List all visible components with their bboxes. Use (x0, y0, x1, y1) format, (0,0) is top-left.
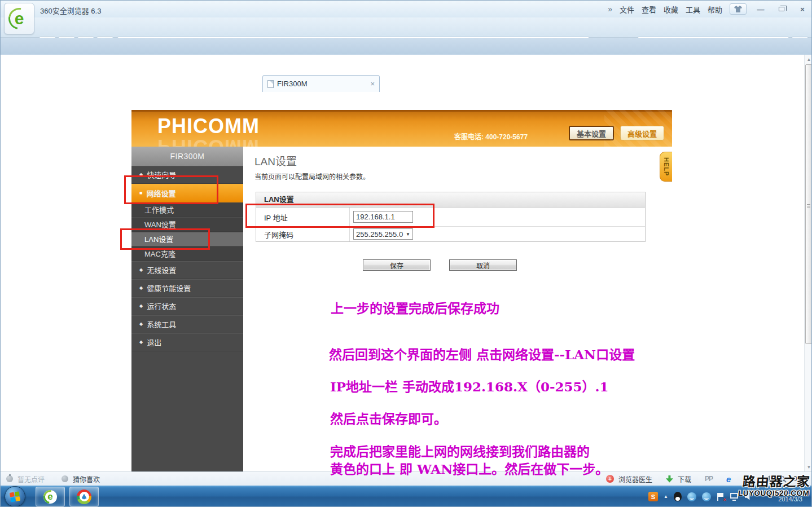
vertical-scrollbar[interactable]: ▲ ▼ (804, 55, 812, 471)
download-icon[interactable] (666, 475, 673, 483)
tab-bar: 天猫Tmall--客服工作平台 × 淘 已卖出的宝贝 × FIR300M × +… (1, 38, 812, 55)
diamond-bullet-icon: ◆ (139, 322, 143, 327)
menu-file[interactable]: 文件 (620, 4, 634, 15)
tab-close-icon[interactable]: × (370, 80, 375, 88)
sidebar-item-label: 健康节能设置 (147, 283, 191, 293)
titlebar-controls: » 文件 查看 收藏 工具 帮助 — × (608, 3, 809, 15)
plugin-icon[interactable]: PP (705, 475, 713, 483)
sidebar-item-run-status[interactable]: ◆运行状态 (131, 297, 243, 315)
guess-icon[interactable] (62, 475, 68, 482)
save-button[interactable]: 保存 (363, 259, 431, 271)
sogou-tray-icon[interactable]: S (648, 492, 658, 501)
advanced-settings-button[interactable]: 高级设置 (620, 126, 664, 140)
menu-help[interactable]: 帮助 (708, 4, 722, 15)
sidebar-item-label: 无线设置 (147, 264, 176, 275)
help-tab[interactable]: HELP (660, 152, 672, 182)
diamond-bullet-icon: ◆ (139, 286, 143, 290)
sidebar-item-label: 退出 (147, 337, 161, 347)
watermark: 路由器之家 LUYOUQI520.COM (738, 475, 810, 497)
shirt-icon (734, 6, 742, 12)
review-status[interactable]: 暂无点评 (17, 474, 45, 484)
sidebar-item-label: 运行状态 (147, 301, 176, 311)
watermark-url: LUYOUQI520.COM (738, 489, 809, 497)
column-divider (349, 227, 350, 241)
menu-view[interactable]: 查看 (642, 4, 656, 15)
diamond-bullet-icon: ◆ (139, 340, 143, 345)
sidebar-item-system-tools[interactable]: ◆系统工具 (131, 315, 243, 333)
menu-favorites[interactable]: 收藏 (664, 4, 678, 15)
taskbar-app-button[interactable] (69, 487, 99, 506)
subnet-mask-value: 255.255.255.0 (356, 230, 403, 239)
annotation-line: 然后回到这个界面的左侧 点击网络设置--LAN口设置 (329, 344, 635, 363)
scrollbar-thumb[interactable] (805, 64, 812, 344)
status-left: 暂无点评 猜你喜欢 (6, 474, 100, 484)
annotation-line: IP地址一栏 手动改成192.168.X（0-255）.1 (330, 376, 609, 395)
annotation-line: 然后点击保存即可。 (330, 408, 447, 427)
page-favicon-icon (267, 80, 274, 88)
download-label[interactable]: 下载 (678, 474, 691, 484)
ie-mode-icon[interactable]: e (726, 475, 731, 483)
annotation-line: 上一步的设置完成后保存成功 (331, 298, 499, 317)
basic-settings-button[interactable]: 基本设置 (569, 126, 614, 140)
action-center-flag-icon[interactable]: × (717, 492, 725, 501)
sidebar-item-label: 系统工具 (147, 319, 176, 329)
sidebar-item-label: 工作模式 (144, 204, 174, 215)
cancel-button[interactable]: 取消 (449, 259, 517, 271)
page-title: LAN设置 (254, 153, 297, 168)
diamond-bullet-icon: ◆ (139, 268, 143, 272)
window-title: 360安全浏览器 6.3 (40, 5, 101, 16)
360-browser-icon: e (43, 490, 57, 504)
browser-window: 360安全浏览器 6.3 » 文件 查看 收藏 工具 帮助 — × e ← ↻ … (0, 0, 812, 507)
colorful-ring-app-icon (77, 490, 91, 504)
page-viewport: PHICOMM PHICOMM 客服电话: 400-720-5677 基本设置 … (1, 55, 812, 471)
toolbar: ← ↻ ⌂ ★ http://192.168.1.1/index.asp ▦ e… (1, 17, 812, 38)
tab-fir300m-active[interactable]: FIR300M × (262, 75, 380, 92)
guess-you-like[interactable]: 猜你喜欢 (73, 474, 100, 484)
wangwang-tray-icon[interactable] (702, 492, 711, 501)
browser-logo-icon: e (8, 8, 30, 29)
sidebar-item-health-saving[interactable]: ◆健康节能设置 (131, 279, 243, 297)
system-tray: S ▲ × (648, 486, 752, 507)
tab-title: FIR300M (277, 80, 367, 88)
subnet-mask-row: 子网掩码 255.255.255.0 ▼ (256, 227, 645, 241)
browser-logo-button[interactable]: e (4, 3, 34, 34)
qq-tray-icon[interactable] (674, 492, 682, 501)
browser-doctor-label[interactable]: 浏览器医生 (618, 474, 652, 484)
windows-taskbar: e 2014/3/3 S ▲ × (1, 486, 812, 507)
title-bar: 360安全浏览器 6.3 » 文件 查看 收藏 工具 帮助 — × (1, 1, 812, 17)
minimize-button[interactable]: — (754, 3, 767, 15)
sidebar-item-logout[interactable]: ◆退出 (131, 333, 243, 351)
menu-tools[interactable]: 工具 (686, 4, 700, 15)
windows-flag-icon (10, 491, 20, 502)
help-tab-label: HELP (663, 157, 670, 176)
close-button[interactable]: × (796, 3, 809, 15)
restore-button[interactable] (775, 3, 788, 15)
review-icon[interactable] (6, 475, 13, 482)
router-model-label: FIR300M (131, 147, 243, 166)
phicomm-logo-reflection: PHICOMM (157, 135, 260, 147)
scroll-down-icon[interactable]: ▼ (805, 462, 812, 471)
subnet-mask-label: 子网掩码 (264, 229, 293, 240)
chevron-down-icon: ▼ (406, 232, 410, 237)
watermark-title: 路由器之家 (738, 475, 810, 489)
wangwang-tray-icon[interactable] (687, 492, 696, 501)
service-phone: 客服电话: 400-720-5677 (454, 131, 528, 141)
menu-overflow-icon[interactable]: » (608, 5, 612, 14)
router-header: PHICOMM PHICOMM 客服电话: 400-720-5677 基本设置 … (131, 110, 672, 147)
scroll-up-icon[interactable]: ▲ (805, 55, 812, 64)
tray-expand-icon[interactable]: ▲ (664, 494, 668, 499)
start-button[interactable] (5, 486, 25, 507)
sidebar-item-wireless-settings[interactable]: ◆无线设置 (131, 261, 243, 279)
skin-button[interactable] (730, 3, 747, 15)
page-description: 当前页面可以配置局域网的相关参数。 (254, 171, 370, 181)
annotation-line: 完成后把家里能上网的网线接到我们路由器的 (330, 441, 590, 460)
diamond-bullet-icon: ◆ (139, 304, 143, 308)
annotation-box-lan-settings (120, 228, 210, 250)
restore-icon (779, 7, 784, 11)
annotation-box-ip-row (245, 204, 434, 228)
taskbar-360browser-button[interactable]: e (36, 487, 65, 506)
sidebar-item-work-mode[interactable]: 工作模式 (131, 202, 243, 217)
annotation-box-network-settings (124, 175, 218, 204)
subnet-mask-select[interactable]: 255.255.255.0 ▼ (353, 228, 413, 240)
annotation-line: 黄色的口上 即 WAN接口上。然后在做下一步。 (330, 458, 608, 478)
